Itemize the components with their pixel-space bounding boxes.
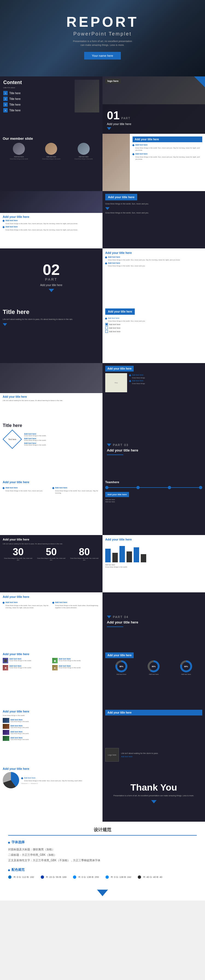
bullet-icon-2 [132,153,135,155]
corner-tri [194,76,205,88]
checkbox-1[interactable] [105,323,108,326]
slide9l-col1: Add text here Grow three things in the w… [3,486,50,494]
color-section-title: 配色规范 [8,867,197,872]
menu-item-2: 2 Title here [3,97,72,101]
cover-subtitle: PowerPoint Templet [0,31,205,37]
slide-row-10: Add your title here Add text here Grow t… [0,592,205,650]
slide5r-b1: Add text here [105,256,202,258]
bottom-section [0,889,205,900]
slide-row-1: Content Little if it's about 1 Title her… [0,76,205,134]
slide7r-title: Add your title here [105,366,134,372]
icon-item-1: ⬛ Add text item Grow three things in the… [3,658,51,663]
slide-row-11: Add your title here ⬛ Add text item Grow… [0,650,205,707]
menu-item-1: 1 Title here [3,91,72,95]
slide-row-4: 02 PART Add your title here Add your tit… [0,248,205,306]
checkbox-3[interactable] [105,330,108,333]
slide4r-tri [105,207,110,210]
logotitle-content: Logo here Life isn't about waiting for t… [105,748,202,762]
stats-numbers: 30 Grow three things in the world. Sun, … [3,547,100,561]
diamond-items: Add text here Grow three things in the w… [24,433,100,446]
color-section: 配色规范 R: 0 G: 112 B: 192 R: 15 G: 55 B: 1… [8,867,197,880]
icons-title: Add your title here [3,652,100,656]
d-item1: Add text here Grow three things in the w… [24,433,100,436]
map-b2: Add text here [129,380,202,382]
diamond-text: Text here [8,438,16,440]
swatch-1: R: 0 G: 112 B: 192 [8,875,34,879]
map-icon2 [129,380,131,382]
icon-3: ★ [3,665,8,670]
bar-4 [127,551,132,562]
part03-slide: PART 03 Add your title here [102,420,205,478]
part02-title: Add your title here [40,284,62,286]
part04-part: PART 04 [113,615,128,619]
swatch-4: R: 0 G: 138 B: 242 [106,875,131,879]
bar-1 [105,549,111,562]
slide-row-12: Add your title here Grow three things in… [0,707,205,764]
list-img-2 [3,724,9,729]
cb-item3: Add text here [105,330,202,333]
title-tri [3,323,7,326]
two-col2-slide: Add your title here Add text here Grow t… [0,592,102,650]
pct-circle-2: 60% [147,660,160,672]
member-name-3: Add text here [75,156,93,158]
large-img-slide: Add your title here Life isn't about wai… [0,363,102,420]
large-image [0,363,102,393]
bar-3 [119,546,125,562]
team-subtitle: Add your title here [105,492,129,497]
add-title-slide: Add your title here Add text here Grow t… [102,134,205,191]
member-desc-3: Grow three things in the world [75,158,93,160]
slide4-title: Add your title here [3,215,100,218]
list-img-1 [3,718,9,723]
swatch-dot-4 [106,875,109,879]
diamond-title: Title here [3,423,100,428]
slide9l-title: Add your title here [3,480,100,484]
slide5r-icon1 [105,256,107,259]
slide-row-3: Add your title here Add text here Grow t… [0,191,205,248]
avatar-2 [45,143,57,155]
icon-1: ⬛ [3,658,8,663]
cover-content: REPORT PowerPoint Templet Presentation i… [0,0,205,59]
slide4-bullet-icon2 [2,226,5,228]
part01-tri [107,127,111,130]
add-sub2: Add text here [135,153,147,155]
diamond-slide: Title here Text here Add text here Grow … [0,420,102,478]
swatch-dot-2 [41,875,44,879]
member-1: Add text here Grow three things in the w… [10,143,28,160]
cb-icon1 [105,318,107,320]
bullet-1: Add text here [133,144,202,146]
swatch-dot-3 [73,875,76,879]
member-name-2: Add text here [42,156,60,158]
checkbox-2[interactable] [105,326,108,329]
pct-slide: Add your title here 80% Add text here 60… [102,650,205,707]
part03-title: Add your title here [107,448,138,452]
slide11l-c1: Add text here Grow three things in the w… [3,601,50,609]
slide-row-5: Title here Life isn't about waiting for … [0,306,205,363]
swatch-5: R: 40 G: 40 B: 40 [138,875,162,879]
add-desc2: Grow three things in the world. Sun, moo… [135,156,202,161]
icon-4: ● [52,665,58,670]
slide5r-icon2 [105,262,107,264]
pct-item-1: 80% Add text here [115,660,127,675]
part03-tri [107,444,111,446]
bar-5 [134,547,139,562]
pct-circle-1: 80% [115,660,127,672]
title-here-desc: Life isn't about waiting for the storm t… [3,318,100,321]
slide7r-content: Map Add text here Grow three things Add … [105,373,202,392]
icon-item-3: ★ Add text item Grow three things in the… [3,665,51,670]
add-title-content: Add your title here Add text here Grow t… [130,134,205,191]
stat-80: 80 Grow three things in the world. Sun, … [69,547,100,561]
list-img-4 [3,736,9,741]
slide5r-b2: Add text here [105,262,202,264]
slide5r-title: Add your title here [105,251,202,255]
cover-name-btn[interactable]: Your name here [84,52,121,59]
part02-right-slide: Add your title here Add text here Grow t… [102,248,205,306]
slide7l-desc: Life isn't about waiting for the storm t… [3,399,100,402]
member-3: Add text here Grow three things in the w… [75,143,93,160]
cb-item2: Add text here [105,326,202,329]
d-item3: Add text here Grow three things in the w… [24,442,100,446]
thankyou-text: Thank You [130,783,177,792]
part01-num: 01 [107,110,120,121]
design-specs-title: 设计规范 [8,827,197,835]
logotitle-title: Add your title here [105,710,202,716]
piechart-slide: Add your title here Add text here Grow t… [0,764,102,822]
